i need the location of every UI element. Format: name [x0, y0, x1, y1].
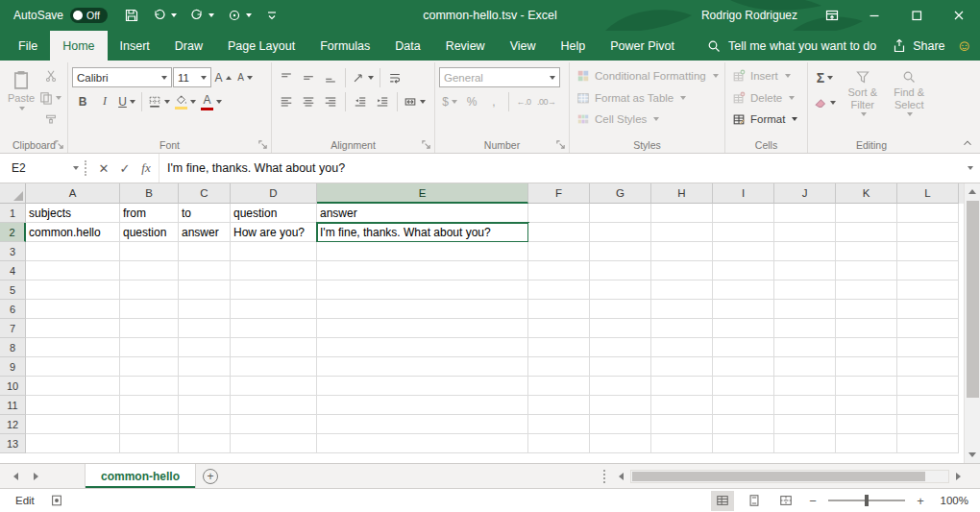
cell-B2[interactable]: question: [120, 223, 179, 242]
cell-I6[interactable]: [713, 300, 774, 319]
cell-E12[interactable]: [317, 415, 528, 434]
cell-F9[interactable]: [528, 357, 590, 377]
name-box-splitter[interactable]: [85, 154, 91, 183]
cell-G8[interactable]: [590, 338, 651, 357]
save-button[interactable]: [119, 5, 144, 26]
cell-H6[interactable]: [651, 300, 713, 319]
cell-E9[interactable]: [317, 357, 528, 377]
cell-H13[interactable]: [651, 434, 713, 453]
cell-I13[interactable]: [713, 434, 774, 453]
cell-B8[interactable]: [120, 338, 179, 357]
cell-F6[interactable]: [528, 300, 590, 319]
cell-I8[interactable]: [713, 338, 774, 357]
row-header-9[interactable]: 9: [0, 357, 26, 377]
cell-K7[interactable]: [836, 319, 897, 338]
tab-draw[interactable]: Draw: [162, 31, 215, 61]
vertical-scrollbar[interactable]: [964, 183, 980, 463]
italic-button[interactable]: I: [94, 91, 115, 112]
conditional-formatting-button[interactable]: Conditional Formatting: [574, 65, 721, 87]
cell-K3[interactable]: [836, 242, 897, 261]
decrease-decimal-button[interactable]: .00→: [535, 91, 558, 112]
previous-sheet-button[interactable]: [13, 473, 18, 480]
cell-B10[interactable]: [120, 377, 179, 396]
cell-J8[interactable]: [774, 338, 836, 357]
zoom-slider[interactable]: [828, 500, 905, 501]
cell-D6[interactable]: [231, 300, 317, 319]
tab-power-pivot[interactable]: Power Pivot: [598, 31, 687, 61]
horizontal-scroll-thumb[interactable]: [632, 472, 925, 481]
cell-D1[interactable]: question: [231, 204, 317, 223]
column-header-I[interactable]: I: [713, 183, 774, 204]
tab-page-layout[interactable]: Page Layout: [215, 31, 307, 61]
cell-F7[interactable]: [528, 319, 590, 338]
row-header-8[interactable]: 8: [0, 338, 26, 357]
clipboard-dialog-launcher[interactable]: [54, 139, 64, 150]
cell-D10[interactable]: [231, 377, 317, 396]
tab-scroll-splitter[interactable]: [603, 464, 613, 488]
tab-file[interactable]: File: [6, 31, 50, 61]
cell-I10[interactable]: [713, 377, 774, 396]
cell-F12[interactable]: [528, 415, 590, 434]
cut-button[interactable]: [37, 65, 63, 86]
alignment-dialog-launcher[interactable]: [421, 139, 431, 150]
macro-record-button[interactable]: [50, 494, 63, 507]
cell-G5[interactable]: [590, 280, 651, 300]
autosave-switch[interactable]: Off: [70, 8, 108, 23]
cell-K8[interactable]: [836, 338, 897, 357]
redo-button[interactable]: [184, 5, 219, 26]
cell-D12[interactable]: [231, 415, 317, 434]
cell-K12[interactable]: [836, 415, 897, 434]
comma-style-button[interactable]: ,: [483, 91, 504, 112]
cell-K1[interactable]: [836, 204, 897, 223]
next-sheet-button[interactable]: [34, 473, 38, 480]
collapse-ribbon-button[interactable]: [961, 136, 974, 150]
cell-L5[interactable]: [897, 280, 959, 300]
cell-H11[interactable]: [651, 396, 713, 415]
cell-E2[interactable]: I'm fine, thanks. What about you?: [317, 223, 528, 242]
column-header-E[interactable]: E: [317, 183, 528, 204]
row-header-7[interactable]: 7: [0, 319, 26, 338]
cell-F1[interactable]: [528, 204, 590, 223]
cell-G13[interactable]: [590, 434, 651, 453]
enter-button[interactable]: ✓: [114, 154, 135, 183]
cell-G1[interactable]: [590, 204, 651, 223]
row-header-3[interactable]: 3: [0, 242, 26, 261]
row-header-1[interactable]: 1: [0, 204, 26, 223]
cell-C3[interactable]: [179, 242, 231, 261]
cell-E3[interactable]: [317, 242, 528, 261]
cell-J5[interactable]: [774, 280, 836, 300]
find-select-button[interactable]: Find & Select: [888, 65, 932, 118]
cell-G10[interactable]: [590, 377, 651, 396]
cell-A13[interactable]: [26, 434, 120, 453]
row-header-10[interactable]: 10: [0, 377, 26, 396]
cell-K4[interactable]: [836, 261, 897, 280]
cell-A2[interactable]: common.hello: [26, 223, 120, 242]
touch-mode-dropdown-icon[interactable]: [246, 13, 252, 17]
cell-B1[interactable]: from: [120, 204, 179, 223]
cell-B5[interactable]: [120, 280, 179, 300]
cell-A1[interactable]: subjects: [26, 204, 120, 223]
cell-D2[interactable]: How are you?: [231, 223, 317, 242]
cell-E7[interactable]: [317, 319, 528, 338]
cell-H1[interactable]: [651, 204, 713, 223]
formula-input[interactable]: I'm fine, thanks. What about you?: [159, 154, 959, 183]
tab-insert[interactable]: Insert: [108, 31, 162, 61]
insert-cells-button[interactable]: Insert: [729, 65, 803, 87]
cell-C12[interactable]: [179, 415, 231, 434]
underline-button[interactable]: U: [116, 91, 137, 112]
vertical-scroll-thumb[interactable]: [967, 201, 979, 398]
cell-C6[interactable]: [179, 300, 231, 319]
cell-B7[interactable]: [120, 319, 179, 338]
accounting-format-button[interactable]: $: [439, 91, 460, 112]
cell-D4[interactable]: [231, 261, 317, 280]
borders-button[interactable]: [146, 91, 172, 112]
cell-L10[interactable]: [897, 377, 959, 396]
cell-L11[interactable]: [897, 396, 959, 415]
cell-D13[interactable]: [231, 434, 317, 453]
feedback-smiley-icon[interactable]: ☺: [955, 31, 980, 61]
cell-H2[interactable]: [651, 223, 713, 242]
align-right-button[interactable]: [320, 91, 341, 112]
autosave-toggle[interactable]: AutoSave Off: [0, 8, 119, 23]
cell-K5[interactable]: [836, 280, 897, 300]
cell-D9[interactable]: [231, 357, 317, 377]
